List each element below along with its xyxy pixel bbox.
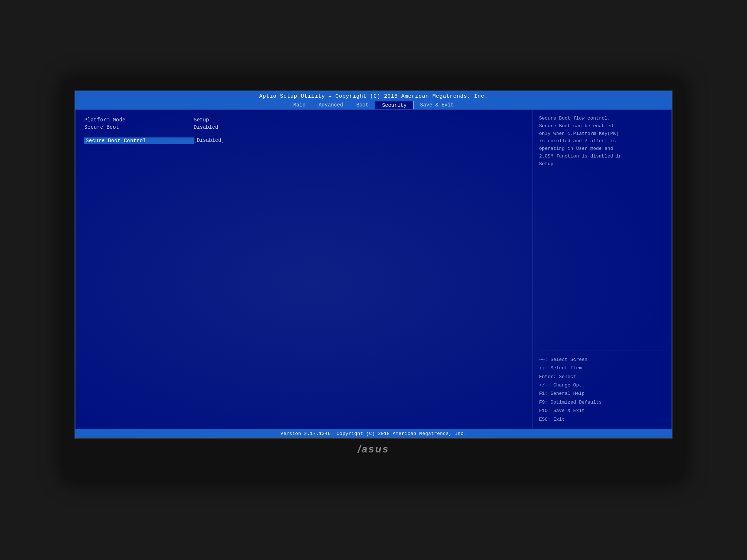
- setting-label: Secure Boot: [84, 124, 194, 130]
- key-hint-item: ↑↓: Select Item: [539, 364, 666, 372]
- header-bar: Aptio Setup Utility – Copyright (C) 2018…: [75, 91, 672, 109]
- key-hint-item: F9: Optimized Defaults: [539, 398, 666, 407]
- setting-row: Secure BootDisabled: [84, 124, 524, 130]
- screen: Aptio Setup Utility – Copyright (C) 2018…: [74, 90, 673, 439]
- key-hint-item: Enter: Select: [539, 373, 666, 381]
- footer-text: Version 2.17.1246. Copyright (C) 2018 Am…: [280, 431, 467, 436]
- tab-bar: MainAdvancedBootSecuritySave & Exit: [75, 101, 672, 109]
- monitor-bezel: Aptio Setup Utility – Copyright (C) 2018…: [63, 79, 684, 481]
- setting-label: Secure Boot Control: [84, 137, 194, 144]
- key-hint-item: F1: General Help: [539, 389, 666, 398]
- tab-boot[interactable]: Boot: [350, 101, 375, 109]
- setting-row[interactable]: Secure Boot Control[Disabled]: [84, 137, 524, 144]
- key-hints: →←: Select Screen↑↓: Select ItemEnter: S…: [539, 355, 666, 424]
- key-hint-item: →←: Select Screen: [539, 355, 666, 364]
- setting-value: Disabled: [194, 124, 218, 130]
- setting-row: Platform ModeSetup: [84, 117, 524, 123]
- spacer: [84, 132, 524, 137]
- footer-bar: Version 2.17.1246. Copyright (C) 2018 Am…: [75, 429, 672, 438]
- tab-save-and-exit[interactable]: Save & Exit: [414, 101, 460, 109]
- setting-label: Platform Mode: [84, 117, 194, 123]
- right-panel: Secure Boot flow control.Secure Boot can…: [533, 110, 671, 429]
- key-hint-item: ESC: Exit: [539, 415, 666, 424]
- asus-logo: /asus: [358, 443, 390, 455]
- tab-security[interactable]: Security: [375, 101, 413, 109]
- tab-advanced[interactable]: Advanced: [312, 101, 350, 109]
- key-hint-item: F10: Save & Exit: [539, 407, 666, 415]
- left-panel: Platform ModeSetupSecure BootDisabledSec…: [76, 110, 533, 429]
- bios-container: Aptio Setup Utility – Copyright (C) 2018…: [75, 91, 672, 438]
- setting-value: Setup: [194, 117, 209, 123]
- help-text: Secure Boot flow control.Secure Boot can…: [539, 115, 666, 350]
- main-content: Platform ModeSetupSecure BootDisabledSec…: [75, 109, 672, 429]
- header-title: Aptio Setup Utility – Copyright (C) 2018…: [75, 93, 672, 101]
- setting-value: [Disabled]: [194, 137, 224, 144]
- tab-main[interactable]: Main: [287, 101, 312, 109]
- key-hint-item: +/-: Change Opt.: [539, 381, 666, 389]
